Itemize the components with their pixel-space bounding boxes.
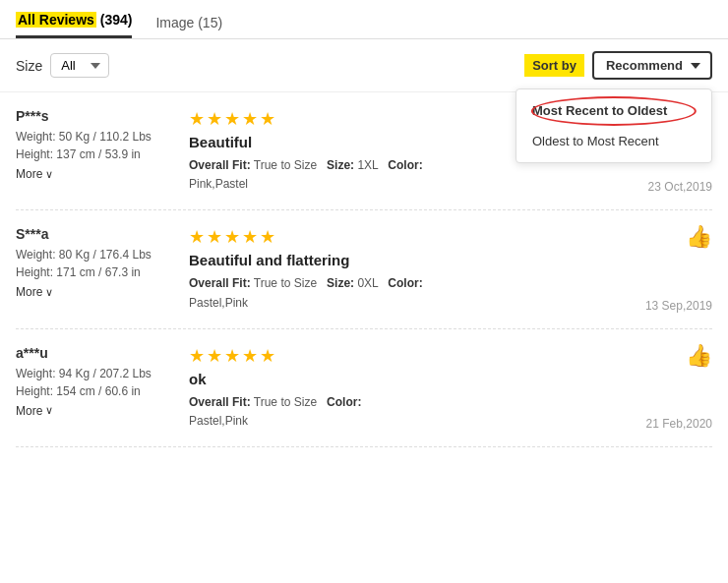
- overall-fit-label-0: Overall Fit:: [189, 158, 251, 172]
- review-content-2: ★ ★ ★ ★ ★ ok Overall Fit: True to Size C…: [189, 345, 608, 431]
- more-link-0[interactable]: More: [16, 167, 53, 181]
- star: ★: [242, 345, 258, 367]
- overall-fit-value-0: True to Size: [254, 158, 317, 172]
- star: ★: [207, 226, 222, 248]
- reviewer-height-0: Height: 137 cm / 53.9 in: [16, 146, 173, 163]
- review-date-1: 13 Sep,2019: [645, 299, 712, 313]
- overall-fit-value-1: True to Size: [254, 276, 317, 290]
- sortby-label: Sort by: [524, 54, 584, 77]
- size-value-0: 1XL: [357, 158, 378, 172]
- review-actions-1: 👍 13 Sep,2019: [624, 226, 712, 312]
- more-link-2[interactable]: More: [16, 404, 53, 418]
- sort-option-oldest[interactable]: Oldest to Most Recent: [516, 126, 711, 156]
- reviewer-name-0: P***s: [16, 108, 173, 124]
- sort-dropdown-button[interactable]: Recommend: [592, 51, 712, 80]
- star: ★: [260, 345, 275, 367]
- review-date-0: 23 Oct,2019: [648, 180, 712, 194]
- review-date-2: 21 Feb,2020: [646, 417, 712, 431]
- size-label-1: Size:: [327, 276, 354, 290]
- size-value-1: 0XL: [357, 276, 378, 290]
- star: ★: [242, 108, 258, 130]
- size-label-0: Size:: [327, 158, 354, 172]
- star: ★: [242, 226, 258, 248]
- color-value-0: Pink,Pastel: [189, 177, 248, 191]
- reviewer-weight-2: Weight: 94 Kg / 207.2 Lbs: [16, 365, 173, 382]
- size-select[interactable]: All XS S M L XL 2XL: [50, 53, 109, 78]
- stars-1: ★ ★ ★ ★ ★: [189, 226, 608, 248]
- reviewer-info-2: a***u Weight: 94 Kg / 207.2 Lbs Height: …: [16, 345, 173, 431]
- star: ★: [260, 226, 275, 248]
- star: ★: [224, 108, 240, 130]
- star: ★: [207, 108, 222, 130]
- reviewer-name-2: a***u: [16, 345, 173, 361]
- color-value-2: Pastel,Pink: [189, 414, 248, 428]
- stars-2: ★ ★ ★ ★ ★: [189, 345, 608, 367]
- reviewer-info-1: S***a Weight: 80 Kg / 176.4 Lbs Height: …: [16, 226, 173, 312]
- overall-fit-label-1: Overall Fit:: [189, 276, 251, 290]
- star: ★: [260, 108, 275, 130]
- star: ★: [224, 226, 240, 248]
- tab-image[interactable]: Image (15): [155, 15, 222, 38]
- more-link-1[interactable]: More: [16, 285, 53, 299]
- reviewer-height-2: Height: 154 cm / 60.6 in: [16, 382, 173, 400]
- reviewer-weight-0: Weight: 50 Kg / 110.2 Lbs: [16, 128, 173, 146]
- tab-all-reviews[interactable]: All Reviews (394): [16, 12, 132, 38]
- tab-image-label: Image (15): [155, 15, 222, 30]
- color-label-2: Color:: [327, 395, 361, 409]
- color-label-1: Color:: [388, 276, 422, 290]
- star: ★: [189, 226, 205, 248]
- tab-all-reviews-label: All Reviews: [16, 12, 96, 28]
- star: ★: [189, 345, 205, 367]
- thumbs-up-2[interactable]: 👍: [686, 345, 712, 367]
- star: ★: [189, 108, 205, 130]
- thumbs-up-1[interactable]: 👍: [686, 226, 712, 248]
- reviewer-info-0: P***s Weight: 50 Kg / 110.2 Lbs Height: …: [16, 108, 173, 194]
- review-title-1: Beautiful and flattering: [189, 252, 608, 268]
- review-actions-2: 👍 21 Feb,2020: [624, 345, 712, 431]
- review-content-1: ★ ★ ★ ★ ★ Beautiful and flattering Overa…: [189, 226, 608, 312]
- sort-dropdown-menu: Most Recent to Oldest Oldest to Most Rec…: [516, 88, 712, 163]
- overall-fit-value-2: True to Size: [254, 395, 317, 409]
- review-meta-1: Overall Fit: True to Size Size: 0XL Colo…: [189, 274, 608, 312]
- tabs-bar: All Reviews (394) Image (15): [0, 0, 728, 39]
- reviewer-name-1: S***a: [16, 226, 173, 242]
- reviewer-height-1: Height: 171 cm / 67.3 in: [16, 263, 173, 281]
- tab-all-reviews-count: (394): [100, 12, 133, 28]
- review-meta-2: Overall Fit: True to Size Color: Pastel,…: [189, 393, 608, 431]
- reviewer-weight-1: Weight: 80 Kg / 176.4 Lbs: [16, 246, 173, 263]
- star: ★: [207, 345, 222, 367]
- color-value-1: Pastel,Pink: [189, 296, 248, 310]
- color-label-0: Color:: [388, 158, 422, 172]
- filter-row: Size All XS S M L XL 2XL Sort by Recomme…: [0, 39, 728, 92]
- table-row: S***a Weight: 80 Kg / 176.4 Lbs Height: …: [16, 210, 712, 328]
- table-row: a***u Weight: 94 Kg / 207.2 Lbs Height: …: [16, 329, 712, 447]
- overall-fit-label-2: Overall Fit:: [189, 395, 251, 409]
- sort-option-recent[interactable]: Most Recent to Oldest: [516, 95, 711, 126]
- sortby-area: Sort by Recommend: [524, 51, 712, 80]
- size-label: Size: [16, 58, 42, 74]
- star: ★: [224, 345, 240, 367]
- review-title-2: ok: [189, 371, 608, 387]
